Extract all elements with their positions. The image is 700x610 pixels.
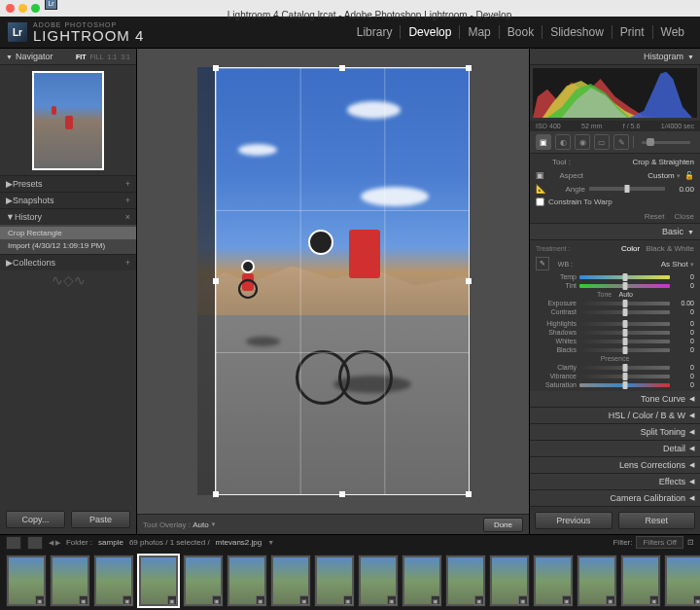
crop-rectangle[interactable]	[215, 67, 470, 495]
panel-hsl-color-b-w[interactable]: HSL / Color / B & W◀	[530, 408, 700, 424]
filmstrip-thumb[interactable]: ▣	[137, 554, 180, 608]
presets-header[interactable]: ▶Presets+	[0, 175, 136, 192]
done-button[interactable]: Done	[483, 518, 523, 532]
filmstrip-thumb[interactable]: ▣	[358, 555, 399, 607]
module-print[interactable]: Print	[612, 25, 652, 39]
temp-slider[interactable]	[579, 275, 670, 279]
treatment-bw[interactable]: Black & White	[646, 244, 694, 253]
treatment-color[interactable]: Color	[621, 244, 640, 253]
tint-slider[interactable]	[579, 284, 670, 288]
disclosure-triangle-icon[interactable]: ▼	[687, 54, 694, 60]
folder-path[interactable]: sample	[98, 538, 123, 547]
module-library[interactable]: Library	[349, 25, 401, 39]
tool-reset[interactable]: Reset	[645, 212, 665, 221]
eyedropper-icon[interactable]: ✎	[536, 257, 549, 270]
image-canvas[interactable]	[137, 49, 529, 514]
exposure-slider[interactable]	[579, 302, 670, 305]
whites-slider[interactable]	[579, 340, 670, 343]
blacks-slider[interactable]	[579, 348, 670, 352]
history-item[interactable]: Crop Rectangle	[0, 227, 136, 239]
minimize-icon[interactable]	[18, 4, 27, 13]
navigator-preview[interactable]	[0, 65, 136, 175]
angle-icon[interactable]: 📐	[536, 184, 546, 194]
panel-detail[interactable]: Detail◀	[530, 441, 700, 457]
saturation-slider[interactable]	[579, 383, 670, 387]
previous-button[interactable]: Previous	[535, 512, 612, 529]
filmstrip-thumb[interactable]: ▣	[183, 555, 224, 607]
module-picker[interactable]: LibraryDevelopMapBookSlideshowPrintWeb	[349, 25, 692, 39]
disclosure-triangle-icon[interactable]: ◀	[689, 412, 694, 419]
crop-frame-icon[interactable]: ▣	[536, 170, 544, 180]
module-book[interactable]: Book	[499, 25, 542, 39]
spot-tool-icon[interactable]: ◐	[555, 134, 571, 150]
histogram-header[interactable]: Histogram▼	[530, 49, 700, 65]
module-slideshow[interactable]: Slideshow	[542, 25, 612, 39]
grid-view-button[interactable]	[27, 536, 43, 550]
wb-dropdown[interactable]: As Shot	[661, 260, 688, 269]
crop-handle[interactable]	[213, 278, 219, 284]
contrast-slider[interactable]	[579, 310, 670, 314]
crop-handle[interactable]	[213, 65, 219, 71]
navigator-header[interactable]: ▼ Navigator FIT FILL 1:1 3:1	[0, 49, 136, 65]
basic-header[interactable]: Basic▼	[530, 224, 700, 240]
paste-button[interactable]: Paste	[71, 511, 130, 528]
filmstrip-thumb[interactable]: ▣	[489, 555, 530, 607]
nav-fit[interactable]: FIT	[76, 54, 87, 60]
panel-camera-calibration[interactable]: Camera Calibration◀	[530, 490, 700, 507]
angle-slider[interactable]	[589, 187, 665, 191]
chevron-down-icon[interactable]: ▼	[211, 521, 217, 527]
chevron-down-icon[interactable]: ▼	[267, 539, 274, 546]
aspect-dropdown[interactable]: Custom	[648, 171, 675, 180]
disclosure-triangle-icon[interactable]: ▼	[6, 54, 13, 60]
filmstrip-thumb[interactable]: ▣	[93, 555, 134, 607]
panel-split-toning[interactable]: Split Toning◀	[530, 424, 700, 441]
nav-3to1[interactable]: 3:1	[121, 54, 130, 60]
filmstrip-thumb[interactable]: ▣	[50, 555, 90, 607]
module-develop[interactable]: Develop	[400, 25, 459, 39]
panel-tone-curve[interactable]: Tone Curve◀	[530, 391, 700, 408]
brush-tool-icon[interactable]: ✎	[613, 134, 629, 150]
chevron-down-icon[interactable]: ▾	[690, 261, 694, 268]
tool-overlay-mode[interactable]: Auto	[192, 520, 208, 529]
nav-1to1[interactable]: 1:1	[108, 54, 118, 60]
vibrance-slider[interactable]	[579, 375, 670, 378]
photo-preview[interactable]	[197, 67, 470, 495]
filmstrip-thumb[interactable]: ▣	[6, 555, 47, 607]
filter-dropdown[interactable]: Filters Off	[636, 536, 683, 549]
filmstrip-thumbs[interactable]: ▣▣▣▣▣▣▣▣▣▣▣▣▣▣▣▣	[0, 550, 700, 610]
window-controls[interactable]	[6, 4, 40, 13]
grad-tool-icon[interactable]: ▭	[594, 134, 610, 150]
redeye-tool-icon[interactable]: ◉	[575, 134, 590, 150]
angle-value[interactable]: 0.00	[669, 185, 694, 194]
highlights-slider[interactable]	[579, 322, 670, 326]
constrain-checkbox[interactable]	[536, 197, 544, 206]
snapshots-header[interactable]: ▶Snapshots+	[0, 192, 136, 208]
filmstrip-thumb[interactable]: ▣	[620, 555, 661, 607]
history-header[interactable]: ▼History×	[0, 208, 136, 225]
filmstrip-thumb[interactable]: ▣	[270, 555, 311, 607]
filmstrip-thumb[interactable]: ▣	[314, 555, 355, 607]
disclosure-triangle-icon[interactable]: ◀	[689, 478, 694, 485]
panel-effects[interactable]: Effects◀	[530, 474, 700, 490]
plus-icon[interactable]: +	[125, 179, 130, 189]
clarity-slider[interactable]	[579, 366, 670, 370]
crop-handle[interactable]	[339, 65, 345, 71]
filmstrip-thumb[interactable]: ▣	[577, 555, 617, 607]
disclosure-triangle-icon[interactable]: ▼	[687, 229, 694, 235]
close-icon[interactable]: ×	[125, 212, 130, 222]
plus-icon[interactable]: +	[125, 196, 130, 205]
history-item[interactable]: Import (4/30/12 1:09:19 PM)	[0, 239, 136, 252]
nav-fill[interactable]: FILL	[90, 54, 104, 60]
tool-slider[interactable]	[642, 141, 690, 144]
module-map[interactable]: Map	[459, 25, 498, 39]
disclosure-triangle-icon[interactable]: ◀	[689, 461, 694, 469]
crop-handle[interactable]	[339, 491, 345, 497]
crop-handle[interactable]	[466, 65, 472, 71]
histogram-display[interactable]	[533, 68, 697, 118]
shadows-slider[interactable]	[579, 331, 670, 335]
filmstrip-thumb[interactable]: ▣	[445, 555, 486, 607]
filter-lock-icon[interactable]: ⊡	[687, 538, 694, 547]
lock-icon[interactable]: 🔓	[684, 171, 694, 180]
collections-header[interactable]: ▶Collections+	[0, 254, 136, 270]
second-window-button[interactable]	[6, 536, 21, 550]
